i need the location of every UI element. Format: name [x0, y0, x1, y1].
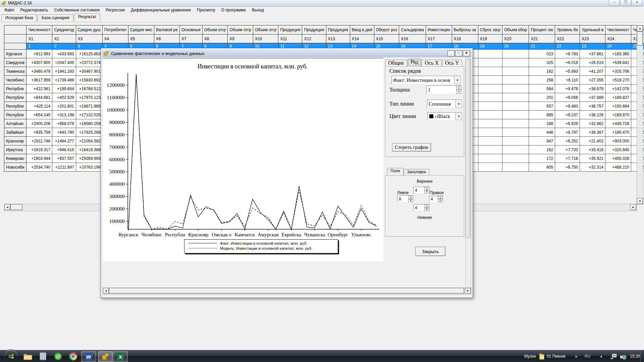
grid-cell[interactable]: +8.783: [555, 50, 580, 58]
grid-cell[interactable]: +32.862: [580, 119, 605, 128]
grid-cell[interactable]: 685: [529, 111, 555, 119]
grid-cell[interactable]: +2534.740: [26, 163, 52, 172]
grid-cell[interactable]: +150.694: [605, 102, 631, 111]
grid-cell[interactable]: [478, 128, 502, 137]
grid-cell[interactable]: +1211.897: [52, 163, 76, 172]
grid-index-cell[interactable]: 21: [529, 43, 555, 50]
grid-cell[interactable]: +7.733: [555, 145, 580, 154]
tab-main-3[interactable]: Результат: [74, 13, 101, 21]
grid-cell[interactable]: 564: [529, 84, 555, 93]
line-color-combobox[interactable]: clBlack ▼: [427, 112, 462, 120]
grid-cell[interactable]: +199.654: [52, 84, 76, 93]
grid-cell[interactable]: +6.110: [555, 76, 580, 84]
spin-down-icon[interactable]: ▼: [424, 208, 429, 211]
grid-cell[interactable]: +30467.901: [76, 67, 102, 76]
grid-cell[interactable]: +142.076: [605, 84, 631, 93]
grid-cell[interactable]: +16419.386: [76, 145, 102, 154]
grid-cell[interactable]: [478, 111, 502, 119]
grid-cell[interactable]: +38.367: [580, 128, 605, 137]
grid-cell[interactable]: +937.557: [52, 154, 76, 163]
grid-cell[interactable]: +313.198: [52, 111, 76, 119]
grid-cell[interactable]: +6.929: [555, 119, 580, 128]
taskbar-messenger-icon[interactable]: @: [51, 351, 65, 361]
grid-cell[interactable]: +443.780: [52, 128, 76, 137]
grid-cell[interactable]: [502, 145, 529, 154]
grid-index-cell[interactable]: 19: [478, 43, 502, 50]
grid-index-cell[interactable]: 1: [26, 43, 52, 50]
menu-item-7[interactable]: О программе: [218, 7, 249, 13]
scroll-up-icon[interactable]: ▲: [637, 25, 643, 32]
tray-toolbar-label[interactable]: Музон: [524, 350, 536, 362]
grid-cell[interactable]: +17132.025: [76, 111, 102, 119]
grid-cell[interactable]: 325: [529, 58, 555, 67]
grid-cell[interactable]: +21054.582: [76, 137, 102, 145]
tab-fields-1[interactable]: Поля: [387, 168, 404, 175]
grid-cell[interactable]: [502, 128, 529, 137]
chevron-down-icon[interactable]: ▼: [454, 76, 461, 84]
dialog-minimize-icon[interactable]: _: [447, 50, 454, 56]
language-indicator[interactable]: RU: [585, 350, 590, 362]
scroll-right-icon[interactable]: ►: [465, 288, 471, 294]
grid-cell[interactable]: 162: [529, 145, 555, 154]
scroll-down-icon[interactable]: ▼: [637, 198, 643, 204]
margin-left-spinner[interactable]: 8 ▲▼: [397, 195, 414, 202]
series-combobox[interactable]: Факт: Инвестиции в основ ▼: [391, 76, 461, 84]
taskbar-word-icon[interactable]: W: [81, 351, 96, 362]
menu-item-3[interactable]: Собственные состояния: [51, 7, 103, 13]
grid-cell[interactable]: +3617.959: [26, 76, 52, 84]
spin-down-icon[interactable]: ▼: [408, 199, 413, 202]
grid-cell[interactable]: [478, 102, 502, 111]
scroll-left-icon[interactable]: ◄: [4, 204, 10, 210]
tab-main-2[interactable]: База сценария: [38, 14, 73, 21]
grid-cell[interactable]: +16768.512: [76, 84, 102, 93]
grid-cell[interactable]: +654.145: [26, 111, 52, 119]
chevron-down-icon[interactable]: ▼: [455, 113, 462, 120]
scroll-right-icon[interactable]: ►: [630, 204, 636, 210]
grid-cell[interactable]: [502, 93, 529, 102]
grid-cell[interactable]: +16125.863: [76, 50, 102, 58]
grid-cell[interactable]: +169.870: [605, 111, 631, 119]
tray-chevron-icon[interactable]: »: [575, 350, 578, 362]
grid-cell[interactable]: +958.079: [52, 119, 76, 128]
tray-track-label[interactable]: 01 Пикник: [547, 350, 566, 362]
tab-fields-2[interactable]: Заголовок: [404, 169, 429, 175]
grid-cell[interactable]: +6.750: [555, 163, 580, 172]
grid-cell[interactable]: [478, 50, 502, 58]
grid-cell[interactable]: +946.415: [52, 145, 76, 154]
grid-cell[interactable]: +25059.993: [76, 154, 102, 163]
grid-cell[interactable]: +9.056: [555, 93, 580, 102]
grid-index-cell[interactable]: 22: [555, 43, 580, 50]
grid-cell[interactable]: +15830.692: [76, 76, 102, 84]
tray-expand-icon[interactable]: ▲: [600, 350, 603, 362]
tab-prop-2[interactable]: Ряд: [408, 59, 422, 66]
grid-cell[interactable]: [478, 137, 502, 145]
grid-hscroll-thumb[interactable]: [10, 204, 22, 210]
grid-cell[interactable]: [502, 67, 529, 76]
grid-cell[interactable]: +33.416: [580, 145, 605, 154]
menu-item-6[interactable]: Просмотр: [194, 7, 218, 13]
grid-cell[interactable]: [478, 76, 502, 84]
network-tray-icon[interactable]: [610, 353, 617, 359]
grid-cell[interactable]: +433.693: [52, 50, 76, 58]
grid-cell[interactable]: +41.207: [580, 67, 605, 76]
grid-cell[interactable]: [502, 76, 529, 84]
grid-cell[interactable]: +844.681: [26, 93, 52, 102]
grid-cell[interactable]: +21.402: [580, 137, 605, 145]
grid-cell[interactable]: +912.993: [26, 50, 52, 58]
grid-cell[interactable]: +2047.400: [52, 58, 76, 67]
grid-cell[interactable]: +38.226: [580, 111, 605, 119]
chevron-down-icon[interactable]: ▼: [455, 100, 462, 108]
grid-cell[interactable]: +935.759: [26, 128, 52, 137]
show-desktop-button[interactable]: [640, 350, 644, 362]
minimize-icon[interactable]: ─: [609, 0, 620, 6]
grid-cell[interactable]: [502, 111, 529, 119]
grid-cell[interactable]: [502, 102, 529, 111]
grid-cell[interactable]: [478, 93, 502, 102]
grid-cell[interactable]: +16871.965: [76, 102, 102, 111]
grid-cell[interactable]: +422.561: [26, 84, 52, 93]
grid-cell[interactable]: 201: [529, 93, 555, 102]
grid-cell[interactable]: +185.470: [605, 128, 631, 137]
grid-index-cell[interactable]: 24: [605, 43, 631, 50]
tab-main-1[interactable]: Исходная база: [1, 14, 37, 21]
close-dialog-button[interactable]: Закрыть: [415, 247, 445, 256]
